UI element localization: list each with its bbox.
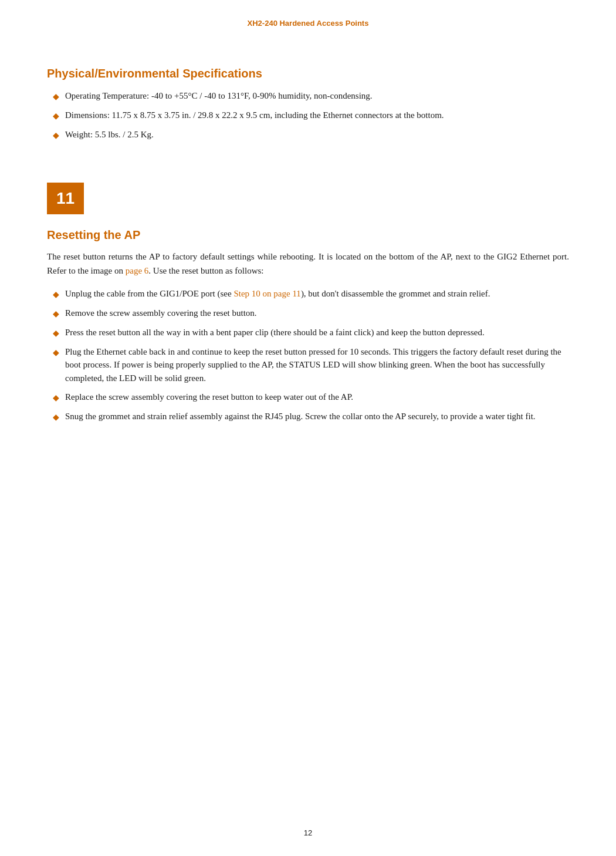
step1-text-before: Unplug the cable from the GIG1/POE port …: [65, 289, 233, 298]
resetting-title: Resetting the AP: [47, 226, 569, 244]
reset-step-3: Press the reset button all the way in wi…: [65, 326, 569, 339]
bullet-diamond-icon: ◆: [53, 308, 59, 320]
page-number: 12: [304, 828, 312, 837]
page-container: XH2-240 Hardened Access Points Physical/…: [0, 0, 616, 856]
bullet-diamond-icon: ◆: [53, 129, 59, 141]
bullet-diamond-icon: ◆: [53, 110, 59, 122]
bullet-diamond-icon: ◆: [53, 90, 59, 103]
physical-specs-section: Physical/Environmental Specifications ◆ …: [47, 65, 569, 141]
reset-step-6: Snug the grommet and strain relief assem…: [65, 410, 569, 423]
spec-bullet-2: Dimensions: 11.75 x 8.75 x 3.75 in. / 29…: [65, 109, 569, 122]
bullet-diamond-icon: ◆: [53, 288, 59, 301]
spec-bullet-3: Weight: 5.5 lbs. / 2.5 Kg.: [65, 128, 569, 141]
resetting-section: Resetting the AP The reset button return…: [47, 226, 569, 424]
page-header: XH2-240 Hardened Access Points: [47, 12, 569, 47]
spec-bullet-1: Operating Temperature: -40 to +55°C / -4…: [65, 89, 569, 103]
bullet-diamond-icon: ◆: [53, 411, 59, 423]
page-6-link[interactable]: page 6: [126, 266, 149, 275]
list-item: ◆ Replace the screw assembly covering th…: [47, 390, 569, 404]
reset-step-5: Replace the screw assembly covering the …: [65, 390, 569, 404]
chapter-box: 11: [47, 165, 569, 226]
list-item: ◆ Plug the Ethernet cable back in and co…: [47, 345, 569, 385]
list-item: ◆ Dimensions: 11.75 x 8.75 x 3.75 in. / …: [47, 109, 569, 122]
list-item: ◆ Press the reset button all the way in …: [47, 326, 569, 339]
resetting-intro: The reset button returns the AP to facto…: [47, 250, 569, 278]
list-item: ◆ Unplug the cable from the GIG1/POE por…: [47, 287, 569, 301]
bullet-diamond-icon: ◆: [53, 346, 59, 359]
header-title: XH2-240 Hardened Access Points: [248, 19, 369, 28]
list-item: ◆ Remove the screw assembly covering the…: [47, 306, 569, 320]
reset-step-2: Remove the screw assembly covering the r…: [65, 306, 569, 320]
intro-text-after-link: . Use the reset button as follows:: [148, 266, 263, 275]
reset-step-1: Unplug the cable from the GIG1/POE port …: [65, 287, 569, 301]
page-footer: 12: [0, 827, 616, 839]
list-item: ◆ Snug the grommet and strain relief ass…: [47, 410, 569, 423]
step-10-link[interactable]: Step 10 on page 11: [233, 289, 300, 298]
chapter-number: 11: [56, 189, 75, 207]
reset-step-4: Plug the Ethernet cable back in and cont…: [65, 345, 569, 385]
list-item: ◆ Weight: 5.5 lbs. / 2.5 Kg.: [47, 128, 569, 141]
bullet-diamond-icon: ◆: [53, 327, 59, 339]
step1-text-after: ), but don't disassemble the grommet and…: [301, 289, 490, 298]
physical-specs-title: Physical/Environmental Specifications: [47, 65, 569, 82]
list-item: ◆ Operating Temperature: -40 to +55°C / …: [47, 89, 569, 103]
resetting-steps-list: ◆ Unplug the cable from the GIG1/POE por…: [47, 287, 569, 424]
physical-specs-list: ◆ Operating Temperature: -40 to +55°C / …: [47, 89, 569, 141]
bullet-diamond-icon: ◆: [53, 392, 59, 404]
